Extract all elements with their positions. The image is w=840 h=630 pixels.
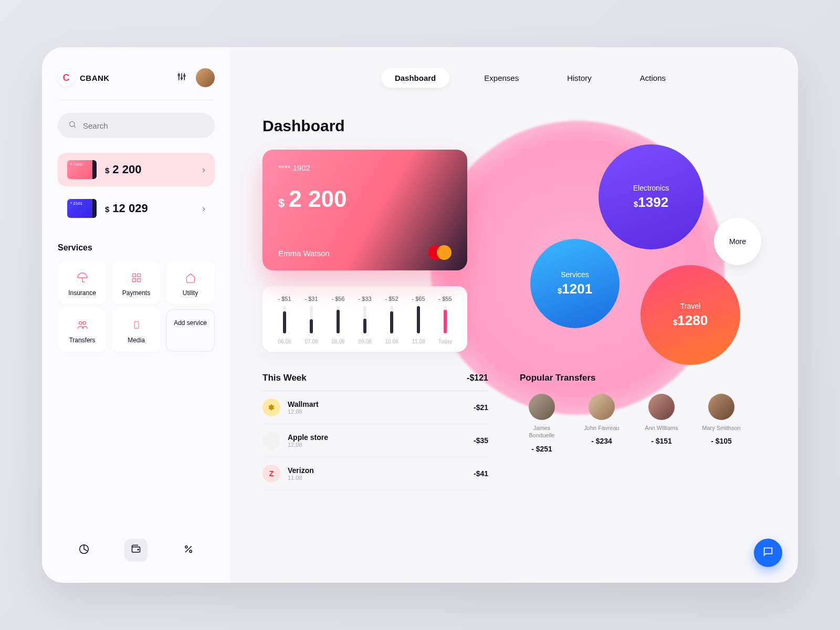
svg-point-13 bbox=[82, 322, 86, 325]
brand-name: CBANK bbox=[80, 74, 110, 82]
verizon-icon: Z bbox=[262, 465, 280, 482]
chart-bar: - $3309.08 bbox=[354, 296, 375, 344]
logo[interactable]: C CBANK bbox=[58, 69, 110, 86]
svg-rect-11 bbox=[137, 279, 140, 282]
top-tabs: Dashboard Expenses History Actions bbox=[294, 68, 766, 88]
logo-icon: C bbox=[58, 69, 75, 86]
card-number: **** 1902 bbox=[278, 163, 452, 172]
bubble-more[interactable]: More bbox=[714, 218, 761, 265]
search-input[interactable] bbox=[83, 121, 204, 130]
credit-card[interactable]: **** 1902 $2 200 Emma Watson bbox=[262, 150, 467, 270]
svg-point-20 bbox=[190, 550, 192, 552]
page-title: Dashboard bbox=[262, 117, 766, 135]
bubble-travel[interactable]: Travel $1280 bbox=[640, 265, 740, 365]
transaction-amount: -$41 bbox=[474, 469, 488, 478]
app-window: C CBANK * 1902 $2 200 › bbox=[42, 47, 798, 583]
mini-card-icon: * 2101 bbox=[67, 199, 97, 218]
bubble-services[interactable]: Services $1201 bbox=[530, 239, 620, 328]
apple-icon bbox=[262, 432, 280, 449]
services-heading: Services bbox=[58, 243, 215, 253]
transfer-person[interactable]: Ann Williams- $151 bbox=[639, 394, 684, 453]
service-payments[interactable]: Payments bbox=[112, 262, 161, 304]
chevron-right-icon: › bbox=[202, 164, 205, 175]
svg-rect-10 bbox=[132, 279, 135, 282]
home-icon bbox=[185, 271, 196, 284]
people-icon bbox=[77, 319, 88, 331]
chevron-right-icon: › bbox=[202, 203, 205, 214]
svg-point-12 bbox=[79, 322, 82, 325]
this-week-total: -$121 bbox=[467, 373, 488, 383]
transfer-person[interactable]: John Favreau- $234 bbox=[580, 394, 624, 453]
svg-rect-9 bbox=[137, 274, 140, 277]
svg-point-3 bbox=[181, 78, 183, 79]
svg-rect-8 bbox=[132, 274, 135, 277]
svg-point-17 bbox=[138, 549, 139, 550]
daily-spend-chart: - $5106.08- $3107.08- $5608.08- $3309.08… bbox=[262, 286, 467, 352]
svg-line-18 bbox=[185, 546, 192, 552]
grid-icon bbox=[131, 271, 142, 284]
transfer-person[interactable]: James Bonduelle- $251 bbox=[520, 394, 564, 453]
chart-bar: - $3107.08 bbox=[301, 296, 322, 344]
account-card-2101[interactable]: * 2101 $12 029 › bbox=[58, 192, 215, 225]
avatar bbox=[708, 394, 734, 420]
search-icon bbox=[68, 120, 77, 131]
avatar bbox=[648, 394, 675, 420]
transfers-title: Popular Transfers bbox=[520, 373, 766, 383]
services-grid: Insurance Payments Utility Transfers Med… bbox=[58, 262, 215, 352]
transaction-row[interactable]: Apple store12.08 -$35 bbox=[262, 424, 488, 457]
bubble-electronics[interactable]: Electronics $1392 bbox=[598, 144, 704, 249]
walmart-icon: ✽ bbox=[262, 398, 280, 416]
chat-button[interactable] bbox=[754, 539, 782, 567]
transfer-person[interactable]: Mary Smithson- $105 bbox=[699, 394, 743, 453]
chart-bar: - $5210.08 bbox=[381, 296, 402, 344]
this-week-section: This Week -$121 ✽Wallmart12.08 -$21 Appl… bbox=[262, 373, 488, 490]
tab-history[interactable]: History bbox=[553, 68, 605, 88]
wallet-icon bbox=[131, 544, 141, 556]
bottom-nav bbox=[58, 523, 215, 562]
transaction-row[interactable]: ZVerizon11.08 -$41 bbox=[262, 457, 488, 490]
nav-analytics[interactable] bbox=[72, 539, 96, 562]
chat-icon bbox=[762, 546, 774, 560]
phone-icon bbox=[132, 319, 141, 331]
tab-expenses[interactable]: Expenses bbox=[470, 68, 532, 88]
service-insurance[interactable]: Insurance bbox=[58, 262, 107, 304]
svg-point-1 bbox=[178, 75, 180, 76]
header-actions bbox=[177, 68, 215, 87]
transaction-row[interactable]: ✽Wallmart12.08 -$21 bbox=[262, 391, 488, 424]
sidebar: C CBANK * 1902 $2 200 › bbox=[42, 47, 231, 583]
tab-actions[interactable]: Actions bbox=[626, 68, 679, 88]
svg-line-7 bbox=[74, 126, 76, 128]
service-add[interactable]: Add service bbox=[166, 309, 215, 351]
user-avatar[interactable] bbox=[196, 68, 215, 87]
this-week-title: This Week bbox=[262, 373, 307, 383]
mini-card-icon: * 1902 bbox=[67, 160, 97, 179]
transaction-amount: -$21 bbox=[474, 403, 488, 412]
service-transfers[interactable]: Transfers bbox=[58, 309, 107, 351]
account-card-1902[interactable]: * 1902 $2 200 › bbox=[58, 153, 215, 186]
account-cards-list: * 1902 $2 200 › * 2101 $12 029 › bbox=[58, 153, 215, 225]
chart-bar: - $6511.08 bbox=[408, 296, 429, 344]
service-media[interactable]: Media bbox=[112, 309, 161, 351]
svg-point-19 bbox=[185, 546, 187, 548]
category-bubbles: Electronics $1392 Services $1201 Travel … bbox=[488, 150, 766, 352]
chart-bar: - $5106.08 bbox=[274, 296, 295, 344]
tab-dashboard[interactable]: Dashboard bbox=[381, 68, 449, 88]
svg-point-5 bbox=[184, 75, 185, 77]
popular-transfers: Popular Transfers James Bonduelle- $251 … bbox=[520, 373, 766, 490]
search-box[interactable] bbox=[58, 113, 215, 138]
mastercard-icon bbox=[428, 245, 452, 260]
card-holder: Emma Watson bbox=[278, 249, 330, 258]
sliders-icon[interactable] bbox=[177, 72, 186, 83]
percent-icon bbox=[183, 544, 194, 556]
main-content: Dashboard Expenses History Actions Dashb… bbox=[231, 47, 798, 583]
chart-bar: - $5608.08 bbox=[328, 296, 349, 344]
transaction-amount: -$35 bbox=[474, 436, 488, 445]
nav-wallet[interactable] bbox=[124, 539, 148, 562]
svg-point-6 bbox=[70, 122, 75, 127]
service-utility[interactable]: Utility bbox=[166, 262, 215, 304]
avatar bbox=[529, 394, 555, 420]
nav-deals[interactable] bbox=[177, 539, 200, 562]
pie-icon bbox=[79, 544, 89, 556]
avatar bbox=[589, 394, 615, 420]
chart-bar: - $55Today bbox=[435, 296, 456, 344]
